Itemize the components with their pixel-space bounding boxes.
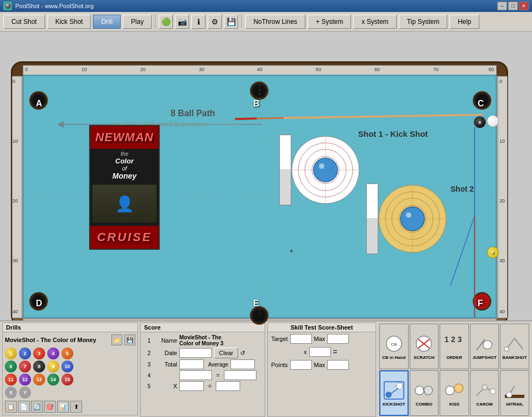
ball-4[interactable]: 4: [47, 348, 59, 359]
ball-cue: [487, 115, 499, 127]
settings-icon[interactable]: ⚙: [208, 15, 222, 29]
ball-2[interactable]: 2: [19, 348, 31, 359]
x-system-button[interactable]: x System: [353, 15, 396, 29]
help-button[interactable]: Help: [449, 15, 479, 29]
svg-text:0: 0: [25, 67, 28, 72]
score-input-4[interactable]: [179, 370, 212, 380]
save-icon[interactable]: 💾: [224, 15, 238, 29]
info-icon[interactable]: ℹ: [191, 15, 205, 29]
drill-button[interactable]: Drill: [93, 15, 121, 29]
shot1-label: Shot 1 - Kick Shot: [358, 129, 428, 138]
ball-15[interactable]: 15: [61, 374, 73, 386]
drill-save-btn[interactable]: 💾: [124, 334, 135, 345]
app-icon: 🎱: [3, 2, 12, 10]
shot-hitrail[interactable]: HITRAIL: [500, 370, 529, 416]
cut-shot-button[interactable]: Cut Shot: [3, 15, 45, 29]
power-icon[interactable]: 🟢: [159, 15, 173, 29]
shot-cb-in-hand[interactable]: CB CB in Hand: [379, 324, 409, 369]
shot-kickshot[interactable]: KICKSHOT: [379, 370, 409, 416]
shot-jumpshot[interactable]: JUMPSHOT: [470, 324, 499, 369]
ball-y-btn[interactable]: Y: [19, 387, 31, 399]
maximize-button[interactable]: □: [508, 2, 518, 10]
skill-points-label: Points: [271, 362, 288, 368]
drill-tool-3[interactable]: 🔄: [31, 401, 43, 413]
skill-target-input[interactable]: [290, 334, 312, 344]
ball-12[interactable]: 12: [19, 374, 31, 386]
cue-diagram-2: [366, 184, 448, 279]
svg-line-41: [450, 216, 475, 286]
shot-combo[interactable]: COMBO: [410, 370, 439, 416]
svg-text:20: 20: [140, 67, 146, 72]
play-button[interactable]: Play: [123, 15, 152, 29]
skill-target-label: Target: [271, 336, 288, 342]
shot-bankshot[interactable]: BANKSHOT: [500, 324, 529, 369]
drill-folder-btn[interactable]: 📁: [111, 334, 122, 345]
ball-3[interactable]: 3: [33, 348, 45, 359]
score-row-4: 4 =: [143, 370, 262, 380]
plus-system-button[interactable]: + System: [308, 15, 351, 29]
pocket-f: [473, 292, 491, 311]
kiss-label: KISS: [449, 402, 460, 407]
drill-tool-2[interactable]: 📄: [18, 401, 30, 413]
table-felt[interactable]: 8 Ball Path Line of Cue Ball and 8 Ball …: [23, 75, 497, 318]
ball-10-btn[interactable]: 10: [61, 361, 73, 372]
score-x-result[interactable]: [216, 381, 240, 391]
ball-9-btn[interactable]: 9: [47, 361, 59, 372]
kick-shot-button[interactable]: Kick Shot: [47, 15, 91, 29]
skill-points-max-input[interactable]: [327, 360, 349, 370]
drill-tool-4[interactable]: 🎯: [44, 401, 56, 413]
no-throw-button[interactable]: NoThrow Lines: [245, 15, 305, 29]
ball-5[interactable]: 5: [61, 348, 73, 359]
score-num-1: 1: [143, 338, 151, 344]
ball-13[interactable]: 13: [33, 374, 45, 386]
ball-14[interactable]: 14: [47, 374, 59, 386]
score-average-input[interactable]: [230, 359, 255, 369]
ball-11[interactable]: 11: [5, 374, 17, 386]
skill-equals-symbol: =: [333, 348, 337, 356]
cb-in-hand-label: CB in Hand: [382, 355, 405, 360]
ball-6[interactable]: 6: [5, 361, 17, 372]
svg-text:10: 10: [499, 138, 505, 144]
skill-points-input[interactable]: [290, 360, 312, 370]
ball-x-btn[interactable]: X: [5, 387, 17, 399]
cue-diagram-1: [279, 135, 361, 227]
scratch-label: SCRATCH: [414, 355, 435, 360]
toolbar: Cut Shot Kick Shot Drill Play 🟢 📷 ℹ ⚙ 💾 …: [0, 12, 532, 31]
shot-kiss[interactable]: KISS: [440, 370, 469, 416]
skill-max-input[interactable]: [327, 334, 349, 344]
score-x-input[interactable]: [179, 381, 204, 391]
score-row-3: 3 Total Average: [143, 359, 262, 369]
drill-tool-6[interactable]: ⬆: [70, 401, 82, 413]
score-input-4b[interactable]: [224, 370, 256, 380]
ball-7[interactable]: 7: [19, 361, 31, 372]
refresh-icon[interactable]: ↺: [240, 350, 245, 357]
ball-1[interactable]: 1: [5, 348, 17, 359]
camera-icon[interactable]: 📷: [175, 15, 189, 29]
shot-carom[interactable]: CAROM: [470, 370, 499, 416]
drill-tool-5[interactable]: 📊: [57, 401, 69, 413]
skill-points-max-label: Max: [314, 362, 326, 368]
score-date-input[interactable]: [179, 348, 212, 358]
skill-header: Skill Test Score-Sheet: [268, 323, 375, 332]
corner-b-label: B: [253, 99, 260, 109]
drill-tool-1[interactable]: 📋: [5, 401, 17, 413]
clear-button[interactable]: Clear: [214, 348, 238, 358]
skill-multiplier-input[interactable]: [309, 347, 331, 357]
shot-order[interactable]: 1 2 3 ORDER: [440, 324, 469, 369]
score-num-2: 2: [143, 350, 151, 356]
svg-text:80: 80: [489, 67, 494, 72]
svg-point-59: [400, 207, 424, 231]
minimize-button[interactable]: –: [497, 2, 507, 10]
svg-point-79: [424, 386, 433, 395]
shot-scratch[interactable]: SCRATCH: [410, 324, 439, 369]
shot2-label: Shot 2: [450, 185, 474, 193]
pocket-d: [29, 292, 48, 311]
titlebar-buttons: – □ ✕: [497, 2, 529, 10]
close-button[interactable]: ✕: [519, 2, 529, 10]
ball-8-btn[interactable]: 8: [33, 361, 45, 372]
pocket-e: [250, 306, 268, 325]
svg-text:50: 50: [316, 67, 321, 72]
tip-system-button[interactable]: Tip System: [399, 15, 448, 29]
ball-grid: 1 2 3 4 5 6 7 8 9 10 11 12 13 14 15 X Y: [5, 348, 135, 399]
score-total-input[interactable]: [179, 359, 204, 369]
